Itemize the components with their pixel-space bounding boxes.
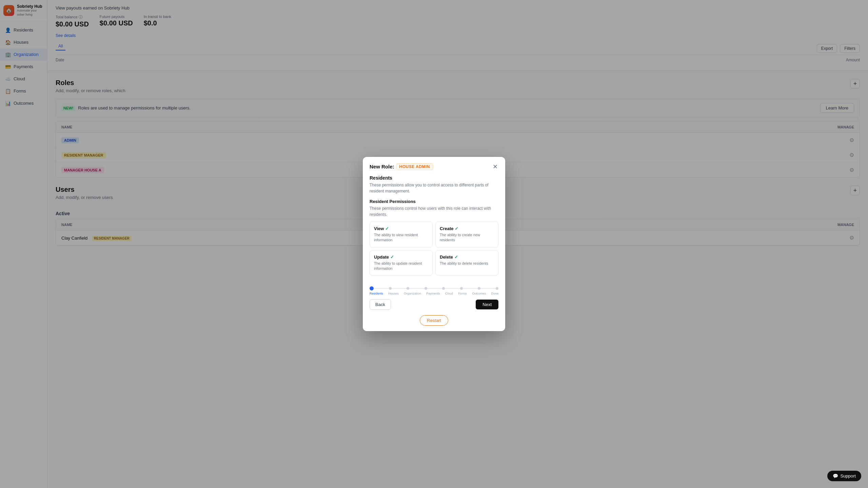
step-label-forms: Forms bbox=[458, 292, 467, 295]
modal-body: Residents These permissions allow you to… bbox=[363, 175, 505, 287]
perm-view-title: View bbox=[374, 226, 384, 231]
step-dot-payments bbox=[425, 287, 427, 290]
step-label-payments: Payments bbox=[426, 292, 440, 295]
step-label-cloud: Cloud bbox=[445, 292, 453, 295]
step-dot-outcomes bbox=[478, 287, 480, 290]
perm-delete-check-icon: ✓ bbox=[454, 255, 458, 260]
perm-create-check-icon: ✓ bbox=[455, 226, 458, 231]
perm-delete-desc: The ability to delete residents bbox=[440, 261, 494, 266]
step-label-done: Done bbox=[491, 292, 498, 295]
step-dot-organization bbox=[407, 287, 409, 290]
next-button[interactable]: Next bbox=[476, 300, 498, 309]
modal-restart-row: Restart bbox=[363, 315, 505, 331]
support-icon: 💬 bbox=[833, 473, 838, 479]
step-dot-residents bbox=[370, 286, 374, 290]
perm-card-delete[interactable]: Delete ✓ The ability to delete residents bbox=[435, 250, 498, 276]
permissions-grid: View ✓ The ability to view resident info… bbox=[370, 222, 498, 276]
support-button[interactable]: 💬 Support bbox=[827, 471, 861, 481]
step-label-outcomes: Outcomes bbox=[472, 292, 486, 295]
perm-delete-title: Delete bbox=[440, 255, 453, 260]
modal-close-button[interactable]: ✕ bbox=[492, 162, 498, 171]
perm-view-desc: The ability to view resident information bbox=[374, 232, 428, 243]
support-label: Support bbox=[840, 473, 856, 479]
step-label-organization: Organization bbox=[404, 292, 421, 295]
perm-create-desc: The ability to create new residents bbox=[440, 232, 494, 243]
step-dot-forms bbox=[460, 287, 463, 290]
perm-card-create[interactable]: Create ✓ The ability to create new resid… bbox=[435, 222, 498, 247]
step-label-houses: Houses bbox=[388, 292, 399, 295]
modal-overlay: New Role: HOUSE ADMIN ✕ Residents These … bbox=[0, 0, 868, 488]
modal-section-desc: These permissions allow you to control a… bbox=[370, 182, 498, 194]
modal-footer: Back Next bbox=[363, 299, 505, 315]
modal-title-text: New Role: bbox=[370, 164, 394, 169]
modal: New Role: HOUSE ADMIN ✕ Residents These … bbox=[363, 157, 505, 331]
perm-update-check-icon: ✓ bbox=[390, 255, 394, 260]
perm-view-check-icon: ✓ bbox=[385, 226, 389, 231]
step-dot-cloud bbox=[442, 287, 445, 290]
step-dot-houses bbox=[389, 287, 392, 290]
stepper-dots bbox=[370, 286, 498, 290]
perm-update-desc: The ability to update resident informati… bbox=[374, 261, 428, 271]
permissions-desc: These permissions control how users with… bbox=[370, 205, 498, 218]
stepper-section: Residents Houses Organization Payments C… bbox=[363, 286, 505, 295]
step-label-residents: Residents bbox=[370, 292, 383, 295]
step-dot-done bbox=[496, 287, 498, 290]
perm-card-update[interactable]: Update ✓ The ability to update resident … bbox=[370, 250, 433, 276]
restart-button[interactable]: Restart bbox=[420, 315, 448, 326]
stepper-labels: Residents Houses Organization Payments C… bbox=[370, 292, 498, 295]
back-button[interactable]: Back bbox=[370, 299, 391, 310]
perm-update-title: Update bbox=[374, 255, 389, 260]
permissions-label: Resident Permissions bbox=[370, 199, 498, 204]
perm-create-title: Create bbox=[440, 226, 453, 231]
perm-card-view[interactable]: View ✓ The ability to view resident info… bbox=[370, 222, 433, 247]
modal-header: New Role: HOUSE ADMIN ✕ bbox=[363, 157, 505, 175]
modal-section-title: Residents bbox=[370, 175, 498, 181]
modal-role-badge: HOUSE ADMIN bbox=[396, 163, 433, 170]
